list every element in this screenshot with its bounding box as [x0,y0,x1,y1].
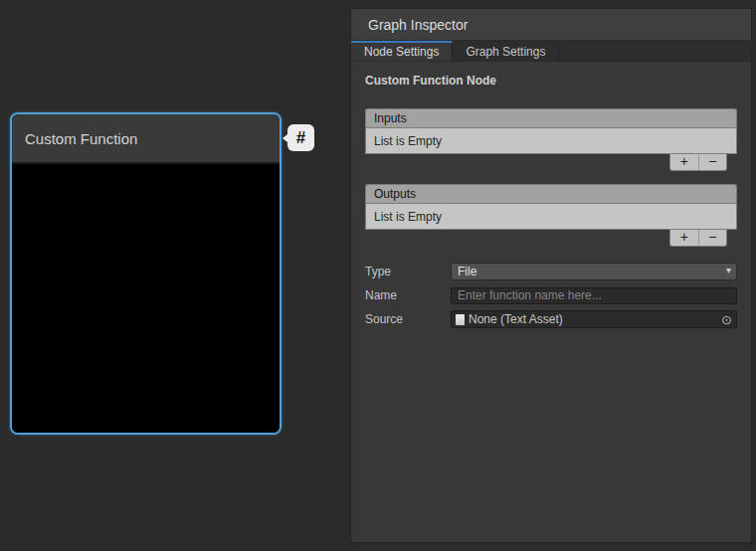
hash-badge[interactable]: # [287,124,314,151]
source-row: Source None (Text Asset) ⊙ [365,308,737,330]
type-label: Type [365,265,451,278]
outputs-list-footer: + − [669,230,727,247]
node-title: Custom Function [25,130,137,147]
outputs-add-button[interactable]: + [670,230,698,246]
graph-inspector-panel: Graph Inspector Node Settings Graph Sett… [350,8,752,543]
source-object-value: None (Text Asset) [469,312,563,326]
inputs-list: Inputs List is Empty + − [365,108,737,171]
inputs-add-button[interactable]: + [670,154,698,170]
type-row: Type File ▾ [365,261,737,282]
name-input[interactable] [451,287,737,304]
inputs-list-footer: + − [669,154,727,171]
source-label: Source [365,312,451,326]
name-row: Name [365,284,737,306]
inputs-list-empty-row: List is Empty [365,127,737,154]
object-picker-icon[interactable]: ⊙ [719,311,734,327]
type-dropdown[interactable]: File ▾ [451,263,737,280]
chevron-down-icon: ▾ [726,265,731,276]
tab-node-settings[interactable]: Node Settings [351,41,453,61]
outputs-list-header: Outputs [365,184,737,203]
text-asset-icon [456,314,465,325]
name-label: Name [365,288,451,302]
outputs-remove-button[interactable]: − [698,230,727,246]
graph-canvas[interactable]: Custom Function # [0,0,350,551]
inputs-remove-button[interactable]: − [698,154,727,170]
inputs-list-header: Inputs [365,108,737,127]
tab-graph-settings[interactable]: Graph Settings [453,41,559,61]
source-object-field[interactable]: None (Text Asset) ⊙ [451,310,737,328]
node-body [12,164,280,435]
outputs-list: Outputs List is Empty + − [365,184,737,247]
outputs-list-empty-row: List is Empty [365,203,737,230]
node-header: Custom Function [12,114,280,164]
inspector-content: Custom Function Node Inputs List is Empt… [351,62,751,330]
hash-icon: # [296,128,305,148]
property-rows: Type File ▾ Name Source None (Text Asset… [365,261,737,330]
inspector-title-bar[interactable]: Graph Inspector [351,9,751,41]
custom-function-node[interactable]: Custom Function [10,112,282,435]
section-heading: Custom Function Node [365,74,737,88]
inspector-tabbar: Node Settings Graph Settings [351,41,751,62]
type-dropdown-value: File [458,265,476,278]
inspector-title: Graph Inspector [368,17,468,33]
